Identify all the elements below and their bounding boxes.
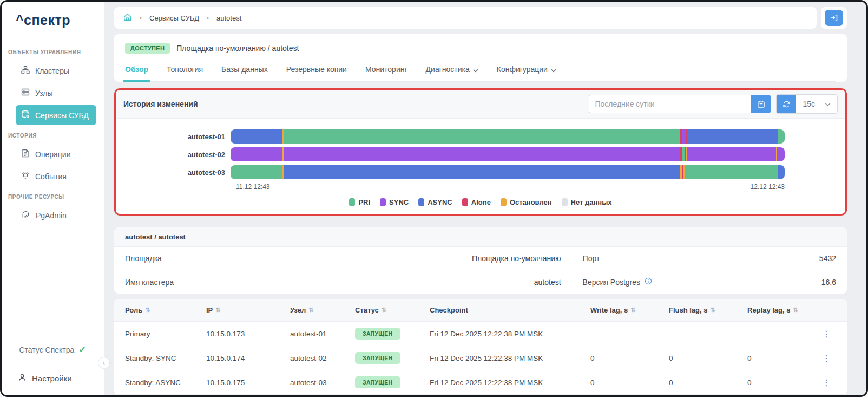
sidebar-item-pgadmin[interactable]: PgAdmin bbox=[16, 205, 96, 225]
sort-icon[interactable]: ⇅ bbox=[382, 307, 386, 314]
home-icon[interactable] bbox=[123, 12, 132, 24]
cell-write-lag: 0 bbox=[590, 379, 669, 387]
row-actions-menu[interactable]: ⋮ bbox=[817, 353, 836, 363]
sidebar-section-management: ОБЪЕКТЫ УПРАВЛЕНИЯ bbox=[2, 43, 104, 60]
refresh-interval-select[interactable]: 15с bbox=[796, 95, 837, 113]
legend-swatch bbox=[380, 198, 386, 206]
sidebar-item-settings[interactable]: Настройки bbox=[2, 363, 104, 395]
legend-item: ASYNC bbox=[418, 198, 452, 206]
cluster-info-panel: autotest / autotest Площадка Площадка по… bbox=[114, 227, 847, 294]
service-header-card: ДОСТУПЕН Площадка по-умолчанию / autotes… bbox=[114, 34, 847, 82]
sidebar-item-events[interactable]: События bbox=[16, 166, 96, 186]
column-header-status[interactable]: Статус⇅ bbox=[355, 306, 430, 314]
settings-label: Настройки bbox=[32, 374, 72, 383]
column-header-write-lag[interactable]: Write lag, s⇅ bbox=[590, 306, 669, 314]
divider: ‹ bbox=[2, 363, 104, 363]
timeline-bar[interactable] bbox=[231, 165, 785, 179]
cell-status: ЗАПУЩЕН bbox=[355, 376, 430, 388]
logout-button[interactable] bbox=[825, 10, 843, 26]
breadcrumb-autotest[interactable]: autotest bbox=[216, 14, 241, 22]
timeline-segment bbox=[284, 165, 680, 179]
sidebar-item-label: Сервисы СУБД bbox=[35, 111, 89, 120]
cluster-info-title: autotest / autotest bbox=[114, 227, 847, 247]
legend-item: Нет данных bbox=[562, 198, 612, 206]
chevron-down-icon bbox=[551, 66, 556, 74]
timeline-row: autotest-02 bbox=[116, 147, 785, 161]
sort-icon[interactable]: ⇅ bbox=[793, 307, 798, 314]
app-logo: ^спектр bbox=[2, 2, 104, 37]
timeline-bar[interactable] bbox=[231, 129, 785, 144]
app-window: ^спектр ОБЪЕКТЫ УПРАВЛЕНИЯ Кластеры Узлы bbox=[0, 0, 868, 397]
tab-backups[interactable]: Резервные копии bbox=[286, 64, 347, 81]
page-title: Площадка по-умолчанию / autotest bbox=[176, 44, 299, 53]
sidebar-section-history: ИСТОРИЯ bbox=[2, 126, 104, 143]
service-status-line: ДОСТУПЕН Площадка по-умолчанию / autotes… bbox=[125, 43, 836, 54]
tab-overview[interactable]: Обзор bbox=[125, 64, 148, 81]
column-header-flush-lag[interactable]: Flush lag, s⇅ bbox=[669, 306, 747, 314]
cell-role: Standby: SYNC bbox=[125, 354, 206, 362]
timeline-segment bbox=[777, 147, 785, 161]
cell-checkpoint: Fri 12 Dec 2025 12:22:38 PM MSK bbox=[430, 330, 590, 338]
auto-refresh-control: 15с bbox=[776, 94, 838, 114]
sidebar-collapse-button[interactable]: ‹ bbox=[98, 357, 110, 369]
breadcrumb-db-services[interactable]: Сервисы СУБД bbox=[149, 14, 199, 22]
sort-icon[interactable]: ⇅ bbox=[145, 307, 150, 314]
sidebar-item-label: События bbox=[35, 172, 67, 181]
tab-topology[interactable]: Топология bbox=[167, 64, 203, 81]
history-panel-header: История изменений bbox=[116, 90, 845, 119]
top-bar: › Сервисы СУБД › autotest bbox=[114, 7, 847, 29]
tab-diagnostics[interactable]: Диагностика bbox=[426, 64, 478, 81]
sidebar-item-clusters[interactable]: Кластеры bbox=[16, 61, 96, 81]
column-header-node[interactable]: Узел⇅ bbox=[290, 306, 355, 314]
cell-flush-lag: 0 bbox=[669, 379, 747, 387]
breadcrumb-separator: › bbox=[140, 14, 142, 22]
axis-start-label: 11.12 12:43 bbox=[236, 183, 270, 191]
status-badge: ЗАПУЩЕН bbox=[355, 328, 400, 340]
info-cell-cluster-name: Имя кластера autotest bbox=[125, 277, 561, 287]
spektr-status-label: Статус Спектра bbox=[19, 346, 74, 354]
sidebar-item-operations[interactable]: Операции bbox=[16, 144, 96, 164]
chevron-down-icon bbox=[825, 100, 831, 108]
timeline-bar[interactable] bbox=[231, 147, 785, 161]
sort-icon[interactable]: ⇅ bbox=[711, 307, 715, 314]
legend-swatch bbox=[418, 198, 424, 206]
sidebar-item-label: Операции bbox=[35, 150, 71, 159]
row-actions-menu[interactable]: ⋮ bbox=[817, 378, 836, 388]
sidebar-item-db-services[interactable]: Сервисы СУБД bbox=[16, 105, 96, 125]
sidebar-spacer bbox=[2, 226, 104, 336]
info-cell-site: Площадка Площадка по-умолчанию bbox=[125, 254, 561, 263]
info-label: Имя кластера bbox=[125, 278, 174, 287]
timeline-segment bbox=[682, 129, 686, 144]
chevron-down-icon bbox=[473, 66, 478, 74]
timeline-row: autotest-01 bbox=[116, 129, 785, 144]
row-actions-menu[interactable]: ⋮ bbox=[817, 329, 836, 339]
tab-monitoring[interactable]: Мониторинг bbox=[365, 64, 407, 81]
column-header-ip[interactable]: IP⇅ bbox=[206, 306, 290, 314]
tab-configurations[interactable]: Конфигурации bbox=[497, 64, 556, 81]
sidebar: ^спектр ОБЪЕКТЫ УПРАВЛЕНИЯ Кластеры Узлы bbox=[2, 2, 104, 395]
sort-icon[interactable]: ⇅ bbox=[630, 307, 635, 314]
legend-item: SYNC bbox=[380, 198, 409, 206]
refresh-button[interactable] bbox=[777, 95, 796, 113]
period-picker bbox=[589, 95, 771, 113]
timeline-bars: autotest-01autotest-02autotest-03 bbox=[116, 129, 845, 179]
calendar-button[interactable] bbox=[751, 95, 771, 113]
info-cell-postgres-version: Версия Postgres 16.6 bbox=[583, 277, 836, 287]
tab-databases[interactable]: Базы данных bbox=[221, 64, 268, 81]
cell-node: autotest-01 bbox=[290, 330, 355, 338]
sort-icon[interactable]: ⇅ bbox=[215, 307, 220, 314]
info-icon[interactable] bbox=[645, 277, 652, 287]
column-header-role[interactable]: Роль⇅ bbox=[125, 306, 206, 314]
legend-label: ASYNC bbox=[428, 198, 452, 206]
cell-replay-lag: 0 bbox=[747, 354, 817, 362]
legend-label: PRI bbox=[358, 198, 370, 206]
info-value: 5432 bbox=[819, 254, 836, 263]
timeline-segment bbox=[284, 129, 680, 144]
period-input[interactable] bbox=[589, 95, 751, 113]
column-header-replay-lag[interactable]: Replay lag, s⇅ bbox=[747, 306, 817, 314]
breadcrumb: › Сервисы СУБД › autotest bbox=[114, 7, 817, 29]
cell-checkpoint: Fri 12 Dec 2025 12:22:38 PM MSK bbox=[430, 379, 590, 387]
sidebar-item-nodes[interactable]: Узлы bbox=[16, 83, 96, 103]
clusters-icon bbox=[21, 66, 30, 76]
sort-icon[interactable]: ⇅ bbox=[308, 307, 313, 314]
